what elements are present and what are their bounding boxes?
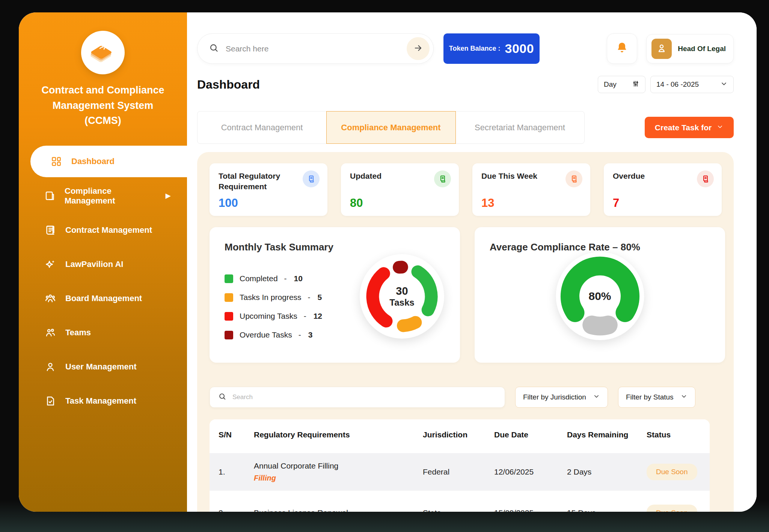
- stat-card-overdue: Overdue 7: [604, 163, 722, 216]
- avatar: [651, 39, 672, 59]
- legend-swatch: [225, 293, 233, 302]
- sidebar: Contract and Compliance Management Syste…: [19, 12, 187, 512]
- tab-compliance-management[interactable]: Compliance Management: [326, 111, 456, 144]
- sidebar-item-contract-management[interactable]: Contract Management: [19, 213, 187, 247]
- table-col-regulatory-requirements: Regulatory Requirements: [254, 430, 423, 439]
- sidebar-item-compliance-management[interactable]: Compliance Management▶: [19, 179, 187, 213]
- topbar: Token Balance : 3000 Head Of Legal: [197, 33, 734, 64]
- table-col-status: Status: [647, 430, 710, 439]
- table-header-row: S/NRegulatory RequirementsJurisdictionDu…: [210, 419, 710, 450]
- search-icon: [209, 43, 219, 54]
- bell-icon: [615, 41, 629, 56]
- table-row[interactable]: 1. Annual Corporate Filling Filling Fede…: [210, 453, 710, 491]
- filter-row: Filter by Jurisdiction Filter by Status: [210, 387, 726, 408]
- tabs-row: Contract ManagementCompliance Management…: [197, 111, 734, 144]
- legend-value: 12: [314, 312, 322, 321]
- date-select[interactable]: 14 - 06 -2025: [650, 76, 734, 93]
- table-search-input[interactable]: [232, 393, 496, 401]
- tab-contract-management[interactable]: Contract Management: [197, 111, 327, 144]
- monthly-task-summary-card: Monthly Task Summary Completed - 10 Task…: [210, 227, 460, 363]
- date-value: 14 - 06 -2025: [656, 80, 699, 89]
- sliders-icon: [632, 80, 639, 89]
- app-logo: [81, 31, 125, 74]
- sidebar-item-teams[interactable]: Teams: [19, 315, 187, 350]
- search-input[interactable]: [226, 44, 407, 53]
- stacked-docs-icon: [89, 38, 116, 67]
- notifications-button[interactable]: [607, 33, 637, 64]
- cell-sn: 1.: [219, 467, 254, 476]
- legend-swatch: [225, 331, 233, 339]
- legend-value: 3: [308, 330, 313, 339]
- submenu-arrow-icon: ▶: [166, 193, 170, 199]
- sidebar-item-dashboard[interactable]: Dashboard: [30, 146, 187, 177]
- copy-doc-icon: [44, 190, 56, 202]
- app-window: Contract and Compliance Management Syste…: [19, 12, 757, 512]
- receipt-icon: [434, 170, 451, 187]
- sidebar-item-label: Compliance Management: [65, 186, 157, 206]
- table-search[interactable]: [210, 387, 505, 408]
- sidebar-nav: Dashboard Compliance Management▶ Contrac…: [19, 145, 187, 418]
- token-balance-value: 3000: [505, 41, 534, 56]
- teams-icon: [44, 327, 56, 339]
- cell-days-remaining: 15 Days: [567, 508, 647, 512]
- requirement-sub-label: Filling: [254, 474, 423, 482]
- sidebar-item-user-management[interactable]: User Management: [19, 350, 187, 384]
- stat-label: Updated: [350, 171, 425, 181]
- stats-row: Total Regulatory Requirement 100Updated …: [210, 163, 726, 216]
- cell-status: Due Soon: [647, 464, 710, 480]
- table-col-days-remaining: Days Remaining: [567, 430, 647, 439]
- regulatory-table: S/NRegulatory RequirementsJurisdictionDu…: [210, 419, 710, 512]
- period-label: Day: [604, 80, 617, 89]
- app-title: Contract and Compliance Management Syste…: [19, 83, 187, 128]
- cell-due-date: 15/09/2025: [494, 508, 567, 512]
- gauge-center-label: 80%: [556, 252, 644, 340]
- chevron-down-icon: [720, 80, 728, 89]
- header-row: Dashboard Day 14 - 06 -2025: [197, 76, 734, 93]
- sidebar-item-label: User Management: [65, 362, 137, 372]
- search-icon: [218, 392, 226, 402]
- donut-center-label: 30 Tasks: [360, 254, 444, 339]
- task-icon: [44, 395, 56, 407]
- stat-value: 80: [350, 196, 363, 210]
- token-balance-button[interactable]: Token Balance : 3000: [443, 33, 540, 64]
- status-badge: Due Soon: [647, 464, 697, 480]
- receipt-icon: [303, 170, 320, 187]
- legend-value: 10: [294, 274, 303, 283]
- tab-secretariat-management[interactable]: Secretariat Management: [455, 111, 585, 144]
- ai-sparkle-icon: [44, 258, 56, 270]
- cell-requirement: Annual Corporate Filling Filling: [254, 461, 423, 482]
- legend-swatch: [225, 312, 233, 321]
- stat-value: 13: [481, 196, 494, 210]
- period-select[interactable]: Day: [598, 76, 645, 93]
- token-balance-label: Token Balance :: [449, 45, 501, 53]
- cell-requirement: Business License Renewal: [254, 508, 423, 512]
- legend-label: Upcoming Tasks: [240, 312, 297, 321]
- contract-icon: [44, 224, 56, 236]
- main-content: Token Balance : 3000 Head Of Legal Dashb…: [187, 12, 757, 512]
- dashboard-panel: Total Regulatory Requirement 100Updated …: [197, 152, 734, 512]
- sidebar-item-board-management[interactable]: Board Management: [19, 281, 187, 315]
- cell-due-date: 12/06/2025: [494, 467, 567, 476]
- stat-label: Total Regulatory Requirement: [219, 171, 294, 192]
- filter-jurisdiction-dropdown[interactable]: Filter by Jurisdiction: [515, 387, 608, 408]
- sidebar-item-label: Dashboard: [71, 157, 115, 166]
- sidebar-item-label: Teams: [65, 328, 91, 338]
- table-row[interactable]: 2. Business License Renewal State 15/09/…: [210, 494, 710, 512]
- legend-label: Tasks In progress: [240, 293, 302, 302]
- filter-status-dropdown[interactable]: Filter by Status: [618, 387, 695, 408]
- profile-menu[interactable]: Head Of Legal: [646, 34, 734, 63]
- global-search[interactable]: [197, 33, 434, 64]
- create-task-button[interactable]: Create Task for: [645, 117, 734, 138]
- sidebar-item-label: Contract Management: [65, 225, 152, 235]
- receipt-icon: [697, 170, 714, 187]
- compliance-gauge-chart: 80%: [556, 252, 644, 340]
- grid-icon: [50, 155, 62, 167]
- search-submit-button[interactable]: [407, 37, 430, 60]
- sidebar-item-task-management[interactable]: Task Management: [19, 384, 187, 418]
- legend-swatch: [225, 274, 233, 283]
- receipt-icon: [565, 170, 582, 187]
- profile-name: Head Of Legal: [678, 45, 726, 53]
- chart-title: Monthly Task Summary: [225, 241, 445, 253]
- sidebar-item-lawpavilion-ai[interactable]: LawPavilion AI: [19, 247, 187, 281]
- person-badge-icon: [656, 42, 667, 55]
